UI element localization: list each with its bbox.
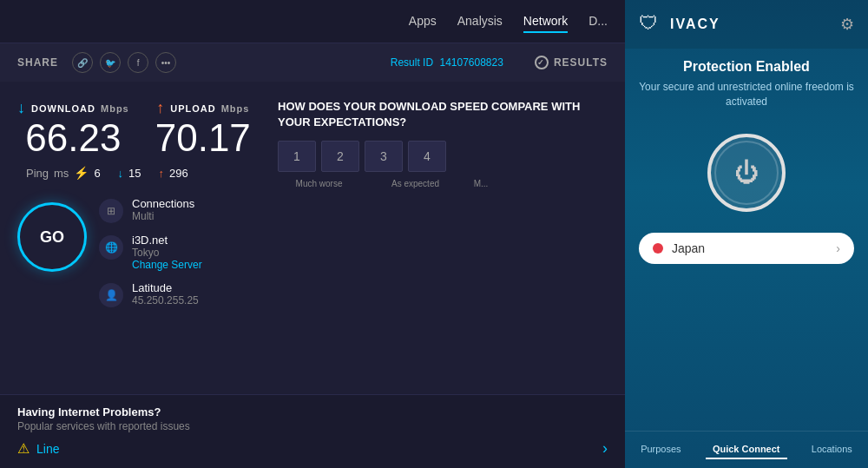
flag-icon <box>653 243 663 254</box>
connections-text: Connections Multi <box>132 197 194 222</box>
line-link[interactable]: Line <box>36 442 59 456</box>
protection-desc: Your secure and unrestricted online free… <box>639 80 854 109</box>
result-id-value[interactable]: 14107608823 <box>439 56 503 69</box>
share-label: SHARE <box>17 56 58 69</box>
line-item: ⚠ Line › <box>17 439 608 458</box>
label-much-worse: Much worse <box>278 179 360 188</box>
download-block: ↓ DOWNLOAD Mbps 66.23 <box>17 99 129 157</box>
internet-problems-title: Having Internet Problems? <box>17 405 608 419</box>
jitter-up-item: ↑ 296 <box>159 167 188 180</box>
server-item: 🌐 i3D.net Tokyo Change Server <box>99 234 202 271</box>
left-section: ↓ DOWNLOAD Mbps 66.23 ↑ UPLOAD Mbps 70.1… <box>17 99 260 377</box>
chevron-right-icon: › <box>836 241 840 255</box>
protection-status: Protection Enabled Your secure and unres… <box>625 49 868 120</box>
gear-icon[interactable]: ⚙ <box>840 15 854 34</box>
rating-1-button[interactable]: 1 <box>278 141 316 172</box>
protection-title: Protection Enabled <box>639 59 854 75</box>
expectation-title: HOW DOES YOUR DOWNLOAD SPEED COMPARE WIT… <box>278 99 608 130</box>
tab-purposes[interactable]: Purposes <box>634 440 687 459</box>
results-button[interactable]: ✓ RESULTS <box>535 56 608 69</box>
location-button[interactable]: Japan › <box>639 233 854 264</box>
result-id: Result ID 14107608823 <box>391 56 503 69</box>
upload-block: ↑ UPLOAD Mbps 70.17 <box>155 99 251 157</box>
power-btn-container: ⏻ <box>625 120 868 226</box>
person-icon: 👤 <box>99 283 123 307</box>
power-button[interactable]: ⏻ <box>707 134 786 212</box>
power-icon: ⏻ <box>734 158 759 187</box>
nav-apps[interactable]: Apps <box>409 10 437 33</box>
arrow-right-icon: › <box>602 439 608 458</box>
shield-icon: 🛡 <box>639 12 663 36</box>
tab-locations[interactable]: Locations <box>805 440 859 459</box>
globe-icon: 🌐 <box>99 235 123 260</box>
location-name: Japan <box>672 241 827 255</box>
latitude-item: 👤 Latitude 45.250.255.25 <box>99 281 202 307</box>
share-facebook-icon[interactable]: f <box>128 52 148 73</box>
main-content: ↓ DOWNLOAD Mbps 66.23 ↑ UPLOAD Mbps 70.1… <box>0 82 625 394</box>
ivacy-name: IVACY <box>670 16 720 32</box>
warning-icon: ⚠ <box>17 440 30 457</box>
rating-4-button[interactable]: 4 <box>408 141 446 172</box>
label-as-expected: As expected <box>374 179 457 188</box>
rating-labels: Much worse As expected M... <box>278 179 608 188</box>
check-icon: ✓ <box>535 56 549 69</box>
share-bar: SHARE 🔗 🐦 f ••• Result ID 14107608823 ✓ … <box>0 43 625 82</box>
top-nav: Apps Analysis Network D... <box>0 0 625 43</box>
server-details: ⊞ Connections Multi 🌐 i3D.net Tokyo Chan… <box>99 194 202 307</box>
bottom-section: Having Internet Problems? Popular servic… <box>0 394 625 468</box>
go-button[interactable]: GO <box>17 202 87 272</box>
ping-item: Ping ms ⚡ 6 <box>26 166 101 180</box>
nav-more[interactable]: D... <box>589 10 608 33</box>
rating-buttons: 1 2 3 4 <box>278 141 608 172</box>
right-section: HOW DOES YOUR DOWNLOAD SPEED COMPARE WIT… <box>278 99 608 377</box>
ivacy-logo: 🛡 IVACY <box>639 12 720 36</box>
upload-arrow-icon: ↑ <box>156 99 165 117</box>
share-link-icon[interactable]: 🔗 <box>72 52 93 73</box>
upload-label: ↑ UPLOAD Mbps <box>156 99 249 117</box>
share-icons: 🔗 🐦 f ••• <box>72 52 176 73</box>
server-info-row: GO ⊞ Connections Multi 🌐 i3D.net Tokyo <box>17 194 260 307</box>
latitude-text: Latitude 45.250.255.25 <box>132 281 199 307</box>
tab-quick-connect[interactable]: Quick Connect <box>706 440 787 459</box>
share-more-icon[interactable]: ••• <box>155 52 176 73</box>
bolt-icon: ⚡ <box>74 166 89 180</box>
nav-network[interactable]: Network <box>523 10 568 33</box>
connections-item: ⊞ Connections Multi <box>99 197 202 223</box>
ivacy-header: 🛡 IVACY ⚙ <box>625 0 868 49</box>
jitter-down-item: ↓ 15 <box>118 167 141 180</box>
ivacy-panel: 🛡 IVACY ⚙ Protection Enabled Your secure… <box>625 0 868 468</box>
nav-analysis[interactable]: Analysis <box>457 10 503 33</box>
change-server-link[interactable]: Change Server <box>132 259 202 271</box>
upload-value: 70.17 <box>155 119 251 157</box>
speed-display: ↓ DOWNLOAD Mbps 66.23 ↑ UPLOAD Mbps 70.1… <box>17 99 260 157</box>
nav-links: Apps Analysis Network D... <box>409 10 608 33</box>
download-value: 66.23 <box>25 119 121 157</box>
rating-3-button[interactable]: 3 <box>365 141 403 172</box>
ping-row: Ping ms ⚡ 6 ↓ 15 ↑ 296 <box>17 166 260 180</box>
server-text: i3D.net Tokyo Change Server <box>132 234 202 271</box>
share-twitter-icon[interactable]: 🐦 <box>100 52 121 73</box>
speedtest-panel: Apps Analysis Network D... SHARE 🔗 🐦 f •… <box>0 0 625 468</box>
connections-icon: ⊞ <box>99 199 123 223</box>
ivacy-tabs: Purposes Quick Connect Locations <box>625 431 868 468</box>
label-m: M... <box>462 179 500 188</box>
download-arrow-icon: ↓ <box>17 99 26 117</box>
rating-2-button[interactable]: 2 <box>321 141 359 172</box>
internet-problems-subtitle: Popular services with reported issues <box>17 420 608 432</box>
download-label: ↓ DOWNLOAD Mbps <box>17 99 129 117</box>
